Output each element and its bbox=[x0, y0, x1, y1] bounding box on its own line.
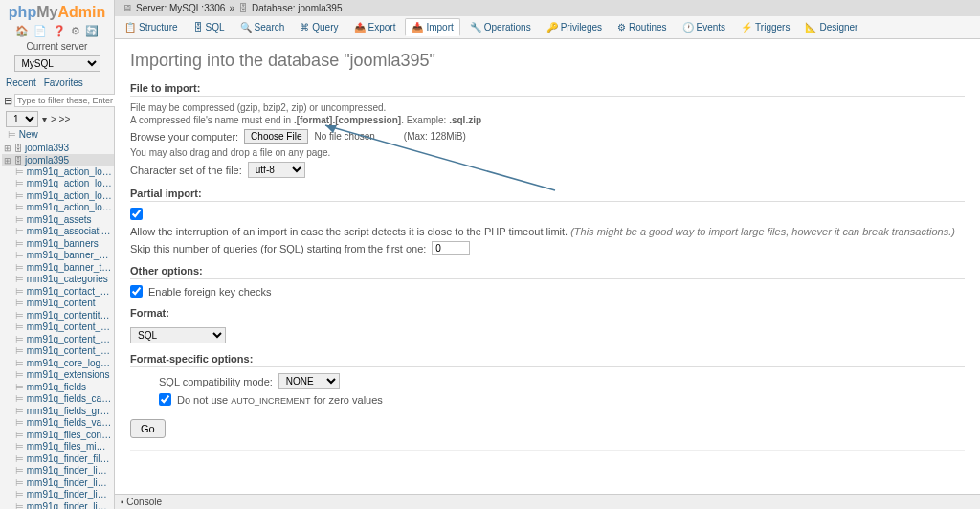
tree-db-item[interactable]: joomla395 bbox=[2, 154, 114, 166]
page-next[interactable]: > >> bbox=[51, 114, 70, 124]
fk-label: Enable foreign key checks bbox=[148, 286, 271, 298]
skip-queries-input[interactable] bbox=[432, 241, 470, 255]
main: 🖥 Server: MySQL:3306 » 🗄 Database: jooml… bbox=[115, 0, 980, 509]
charset-select[interactable]: utf-8 bbox=[248, 162, 305, 178]
tree-table-item[interactable]: mm91q_fields_values bbox=[2, 417, 114, 430]
tree-table-item[interactable]: mm91q_finder_links bbox=[2, 465, 114, 477]
allow-interrupt-checkbox[interactable] bbox=[130, 208, 143, 220]
nav-triggers[interactable]: ⚡Triggers bbox=[735, 18, 795, 36]
tree-filter-input[interactable] bbox=[14, 94, 127, 107]
tree-table-item[interactable]: mm91q_fields_groups bbox=[2, 406, 114, 418]
tree-table-item[interactable]: mm91q_contentitem_tag_map bbox=[2, 310, 114, 322]
go-button[interactable]: Go bbox=[130, 419, 166, 438]
tree-table-item[interactable]: mm91q_banner_tracks bbox=[2, 262, 114, 275]
logout-icon[interactable]: 📄 bbox=[33, 25, 47, 36]
tree-table-item[interactable]: mm91q_finder_filters bbox=[2, 454, 114, 466]
max-size: (Max: 128MiB) bbox=[404, 131, 466, 142]
nav-structure[interactable]: 📋Structure bbox=[119, 18, 184, 36]
compat-label: SQL compatibility mode: bbox=[159, 376, 273, 387]
section-partial: Partial import: bbox=[130, 188, 965, 202]
search-icon: 🔍 bbox=[240, 22, 252, 33]
breadcrumb: 🖥 Server: MySQL:3306 » 🗄 Database: jooml… bbox=[115, 0, 980, 16]
content: Importing into the database "joomla395" … bbox=[115, 39, 980, 509]
drag-hint: You may also drag and drop a file on any… bbox=[130, 147, 965, 158]
tree-table-item[interactable]: mm91q_banner_clients bbox=[2, 250, 114, 262]
choose-file-button[interactable]: Choose File bbox=[244, 129, 308, 144]
tree-table-item[interactable]: mm91q_fields bbox=[2, 382, 114, 394]
tree-table-item[interactable]: mm91q_action_logs_users bbox=[2, 190, 114, 203]
tree-table-item[interactable]: mm91q_fields_categories bbox=[2, 393, 114, 406]
tree-table-item[interactable]: mm91q_files_containers bbox=[2, 430, 114, 442]
no-autoincrement-checkbox[interactable] bbox=[159, 393, 171, 406]
hint-format: A compressed file's name must end in .[f… bbox=[130, 115, 965, 125]
tree-table-item[interactable]: mm91q_files_mimetypes bbox=[2, 441, 114, 454]
tree-table-item[interactable]: mm91q_finder_links_terms bbox=[2, 489, 114, 501]
tree-table-item[interactable]: mm91q_action_log_config bbox=[2, 202, 114, 214]
nav-privileges[interactable]: 🔑Privileges bbox=[541, 18, 608, 36]
tree-table-item[interactable]: mm91q_action_logs bbox=[2, 166, 114, 179]
tree-table-item[interactable]: mm91q_content bbox=[2, 298, 114, 310]
nav-operations[interactable]: 🔧Operations bbox=[464, 18, 537, 36]
browse-label: Browse your computer: bbox=[130, 131, 238, 143]
operations-icon: 🔧 bbox=[470, 22, 481, 33]
triggers-icon: ⚡ bbox=[741, 22, 752, 33]
tree-table-item[interactable]: mm91q_action_logs_extensions bbox=[2, 178, 114, 190]
tree-table-item[interactable]: mm91q_extensions bbox=[2, 369, 114, 382]
breadcrumb-server[interactable]: Server: MySQL:3306 bbox=[136, 3, 225, 13]
settings-icon[interactable]: ⚙ bbox=[71, 25, 80, 36]
tree-table-item[interactable]: mm91q_categories bbox=[2, 274, 114, 286]
nav-search[interactable]: 🔍Search bbox=[234, 18, 291, 36]
section-specific: Format-specific options: bbox=[130, 353, 965, 367]
nav-routines[interactable]: ⚙Routines bbox=[612, 18, 672, 36]
tree-table-item[interactable]: mm91q_contact_details bbox=[2, 286, 114, 299]
page-title: Importing into the database "joomla395" bbox=[130, 51, 965, 71]
server-select[interactable]: MySQL bbox=[14, 55, 100, 72]
sql-icon: 🗄 bbox=[193, 22, 203, 33]
home-icon[interactable]: 🏠 bbox=[15, 25, 29, 36]
skip-label: Skip this number of queries (for SQL) st… bbox=[130, 243, 426, 254]
nav-designer[interactable]: 📐Designer bbox=[799, 18, 863, 36]
nav-sql[interactable]: 🗄SQL bbox=[188, 18, 231, 36]
current-server-label: Current server bbox=[0, 39, 114, 54]
privileges-icon: 🔑 bbox=[546, 22, 558, 33]
designer-icon: 📐 bbox=[805, 22, 816, 33]
console-bar[interactable]: ▪ Console bbox=[115, 494, 980, 509]
tree-table-item[interactable]: mm91q_banners bbox=[2, 238, 114, 251]
tab-recent[interactable]: Recent bbox=[6, 77, 36, 88]
reload-icon[interactable]: 🔄 bbox=[85, 25, 99, 36]
collapse-icon[interactable]: ⊟ bbox=[4, 95, 12, 107]
tab-favorites[interactable]: Favorites bbox=[44, 77, 83, 88]
tree-table-item[interactable]: mm91q_assets bbox=[2, 214, 114, 227]
nav-query[interactable]: ⌘Query bbox=[294, 18, 344, 36]
server-icon: 🖥 bbox=[122, 3, 132, 13]
export-icon: 📤 bbox=[354, 22, 366, 33]
breadcrumb-db[interactable]: Database: joomla395 bbox=[252, 3, 343, 13]
structure-icon: 📋 bbox=[124, 22, 136, 33]
sidebar-local-tabs: Recent Favorites bbox=[0, 74, 114, 92]
nav-import[interactable]: 📥Import bbox=[405, 18, 459, 36]
tree-table-item[interactable]: mm91q_core_log_searches bbox=[2, 358, 114, 370]
tree-table-item[interactable]: mm91q_content_frontpage bbox=[2, 321, 114, 334]
docs-icon[interactable]: ❓ bbox=[53, 25, 66, 36]
nav-export[interactable]: 📤Export bbox=[348, 18, 402, 36]
tree-table-item[interactable]: mm91q_associations bbox=[2, 226, 114, 238]
charset-label: Character set of the file: bbox=[130, 165, 242, 176]
tree-table-item[interactable]: mm91q_content_types bbox=[2, 345, 114, 358]
fk-checks-checkbox[interactable] bbox=[130, 285, 143, 298]
tree-table-item[interactable]: mm91q_finder_links_terms bbox=[2, 501, 114, 510]
tree-new[interactable]: New bbox=[2, 129, 114, 142]
sidebar-toolbar: 🏠 📄 ❓ ⚙ 🔄 bbox=[0, 23, 114, 39]
tree-db-item[interactable]: joomla393 bbox=[2, 142, 114, 154]
no-file-text: No file chosen bbox=[314, 131, 374, 142]
tree-table-item[interactable]: mm91q_finder_links_terms bbox=[2, 477, 114, 490]
routines-icon: ⚙ bbox=[617, 22, 626, 33]
format-select[interactable]: SQL bbox=[130, 327, 226, 343]
page-select[interactable]: 1 bbox=[6, 111, 38, 127]
nav-events[interactable]: 🕐Events bbox=[677, 18, 732, 36]
compat-select[interactable]: NONE bbox=[278, 373, 340, 389]
logo[interactable]: phpMyAdmin bbox=[0, 0, 114, 23]
query-icon: ⌘ bbox=[300, 22, 309, 33]
db-tree: New joomla393 joomla395 mm91q_action_log… bbox=[0, 129, 114, 509]
tree-table-item[interactable]: mm91q_content_rating bbox=[2, 334, 114, 346]
section-other: Other options: bbox=[130, 265, 965, 279]
